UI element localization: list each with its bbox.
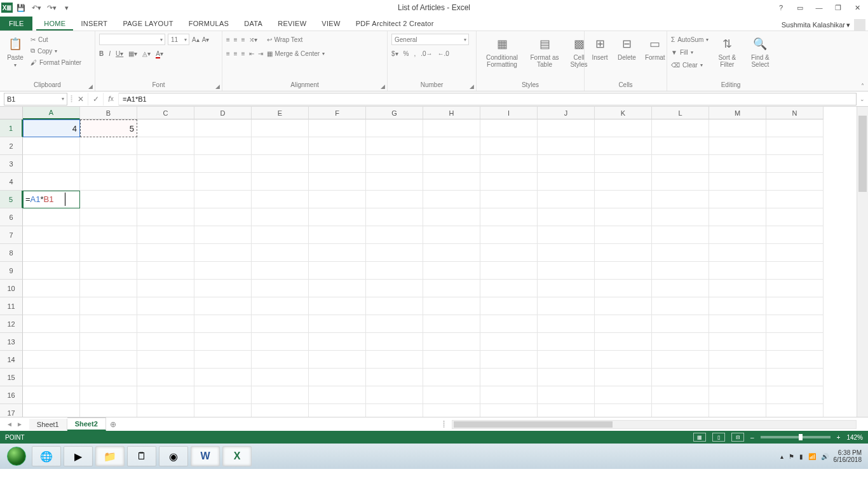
cell-F16[interactable] <box>309 386 366 404</box>
cell-I10[interactable] <box>480 280 538 297</box>
cell-H1[interactable] <box>423 119 480 137</box>
cell-F14[interactable] <box>309 351 366 369</box>
cell-F9[interactable] <box>309 262 366 280</box>
cell-I3[interactable] <box>480 155 538 173</box>
col-header-E[interactable]: E <box>252 107 309 119</box>
row-header-7[interactable]: 7 <box>0 226 23 244</box>
format-as-table-button[interactable]: ▤Format as Table <box>527 34 562 69</box>
cell-G11[interactable] <box>366 297 423 315</box>
cell-D4[interactable] <box>194 173 252 191</box>
cell-F12[interactable] <box>309 315 366 333</box>
cell-L4[interactable] <box>652 173 709 191</box>
insert-cells-button[interactable]: ⊞Insert <box>588 34 611 62</box>
cell-H11[interactable] <box>423 297 480 315</box>
cell-F8[interactable] <box>309 244 366 262</box>
cell-N14[interactable] <box>766 351 824 369</box>
row-header-9[interactable]: 9 <box>0 262 23 280</box>
cell-G7[interactable] <box>366 226 423 244</box>
tab-review[interactable]: REVIEW <box>270 17 314 30</box>
cell-I7[interactable] <box>480 226 538 244</box>
font-size-select[interactable]: 11 <box>168 34 189 45</box>
cell-M13[interactable] <box>709 333 766 351</box>
cell-E1[interactable] <box>252 119 309 137</box>
cell-N4[interactable] <box>766 173 824 191</box>
row-header-12[interactable]: 12 <box>0 315 23 333</box>
cell-C12[interactable] <box>137 315 194 333</box>
row-header-16[interactable]: 16 <box>0 386 23 404</box>
copy-button[interactable]: ⧉Copy▾ <box>31 45 81 57</box>
cell-E12[interactable] <box>252 315 309 333</box>
cell-B9[interactable] <box>80 262 137 280</box>
cell-I5[interactable] <box>480 191 538 208</box>
font-name-select[interactable] <box>99 34 165 45</box>
cell-I8[interactable] <box>480 244 538 262</box>
cell-H15[interactable] <box>423 369 480 386</box>
qat-redo-icon[interactable]: ↷▾ <box>44 1 58 14</box>
cell-A4[interactable] <box>23 173 80 191</box>
cell-I14[interactable] <box>480 351 538 369</box>
align-top-icon[interactable]: ≡ <box>226 36 230 43</box>
tray-flag-icon[interactable]: ⚑ <box>789 453 794 460</box>
cell-A14[interactable] <box>23 351 80 369</box>
cell-E8[interactable] <box>252 244 309 262</box>
cell-G10[interactable] <box>366 280 423 297</box>
cell-L2[interactable] <box>652 137 709 155</box>
cell-B13[interactable] <box>80 333 137 351</box>
cell-L12[interactable] <box>652 315 709 333</box>
format-cells-button[interactable]: ▭Format <box>642 34 668 62</box>
cell-H3[interactable] <box>423 155 480 173</box>
col-header-M[interactable]: M <box>709 107 766 119</box>
cell-I2[interactable] <box>480 137 538 155</box>
cell-N12[interactable] <box>766 315 824 333</box>
cell-L7[interactable] <box>652 226 709 244</box>
cell-D6[interactable] <box>194 208 252 226</box>
enter-formula-icon[interactable]: ✓ <box>88 93 104 105</box>
cell-M3[interactable] <box>709 155 766 173</box>
cell-L6[interactable] <box>652 208 709 226</box>
cell-N10[interactable] <box>766 280 824 297</box>
cell-H10[interactable] <box>423 280 480 297</box>
merge-center-button[interactable]: ▦Merge & Center▾ <box>267 48 325 59</box>
cell-I17[interactable] <box>480 404 538 417</box>
tray-network-icon[interactable]: 📶 <box>808 453 816 460</box>
collapse-ribbon-icon[interactable]: ˄ <box>861 83 864 90</box>
cell-E2[interactable] <box>252 137 309 155</box>
cell-B3[interactable] <box>80 155 137 173</box>
cell-D8[interactable] <box>194 244 252 262</box>
row-header-15[interactable]: 15 <box>0 369 23 386</box>
row-header-1[interactable]: 1 <box>0 119 23 137</box>
row-header-2[interactable]: 2 <box>0 137 23 155</box>
cell-H2[interactable] <box>423 137 480 155</box>
maximize-icon[interactable]: ❐ <box>831 2 845 13</box>
tab-pagelayout[interactable]: PAGE LAYOUT <box>115 17 180 30</box>
cell-C9[interactable] <box>137 262 194 280</box>
increase-indent-icon[interactable]: ⇥ <box>258 50 263 57</box>
cell-A6[interactable] <box>23 208 80 226</box>
cell-E6[interactable] <box>252 208 309 226</box>
row-header-3[interactable]: 3 <box>0 155 23 173</box>
cell-F5[interactable] <box>309 191 366 208</box>
cell-A10[interactable] <box>23 280 80 297</box>
cell-N15[interactable] <box>766 369 824 386</box>
cell-J12[interactable] <box>538 315 595 333</box>
tab-file[interactable]: FILE <box>0 17 32 30</box>
cell-J3[interactable] <box>538 155 595 173</box>
cell-C6[interactable] <box>137 208 194 226</box>
cell-B8[interactable] <box>80 244 137 262</box>
cell-J17[interactable] <box>538 404 595 417</box>
cell-D13[interactable] <box>194 333 252 351</box>
decrease-font-icon[interactable]: A▾ <box>202 36 210 43</box>
cell-M16[interactable] <box>709 386 766 404</box>
cell-I11[interactable] <box>480 297 538 315</box>
cell-D5[interactable] <box>194 191 252 208</box>
cell-A16[interactable] <box>23 386 80 404</box>
col-header-B[interactable]: B <box>80 107 137 119</box>
cell-N6[interactable] <box>766 208 824 226</box>
cell-K13[interactable] <box>595 333 652 351</box>
cell-B11[interactable] <box>80 297 137 315</box>
cell-F7[interactable] <box>309 226 366 244</box>
cell-E14[interactable] <box>252 351 309 369</box>
qat-customize-icon[interactable]: ▾ <box>60 1 74 14</box>
account-name[interactable]: Sushmita Kalashikar <box>782 21 845 29</box>
cell-B10[interactable] <box>80 280 137 297</box>
